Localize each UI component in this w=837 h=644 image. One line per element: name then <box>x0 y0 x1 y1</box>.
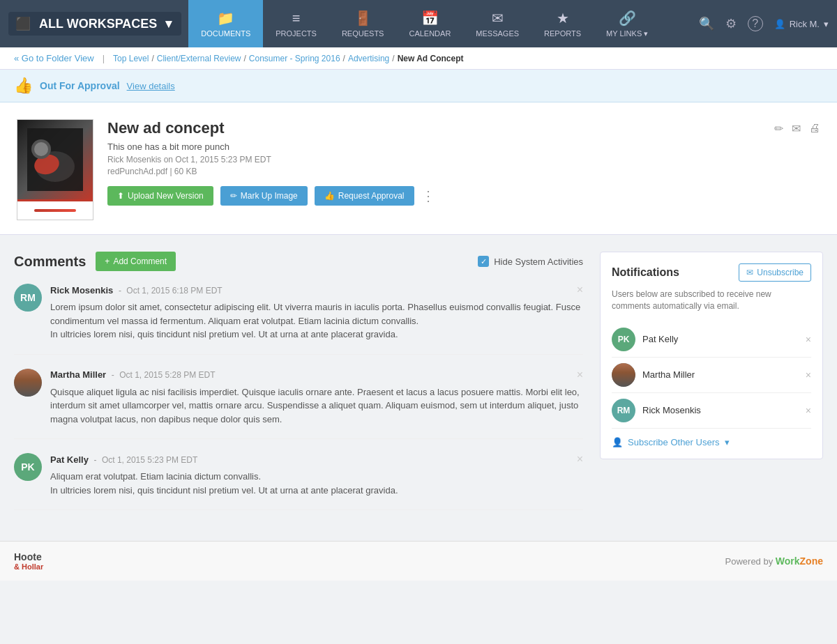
nav-label-projects: PROJECTS <box>276 29 317 38</box>
remove-subscriber-button[interactable]: × <box>806 405 811 416</box>
comments-section: Comments + Add Comment ✓ Hide System Act… <box>14 252 583 524</box>
nav-label-requests: REQUESTS <box>342 29 384 38</box>
calendar-icon: 📅 <box>421 10 439 26</box>
subscriber-avatar: RM <box>612 399 635 422</box>
plus-icon: + <box>105 256 110 266</box>
document-info: New ad concept ✏ ✉ 🖨 This one has a bit … <box>107 119 820 206</box>
upload-icon: ⬆ <box>117 191 124 201</box>
document-actions: ✏ ✉ 🖨 <box>774 122 820 135</box>
breadcrumb-consumer[interactable]: Consumer - Spring 2016 <box>249 54 340 63</box>
settings-icon[interactable]: ⚙ <box>725 16 737 31</box>
hide-system-checkbox[interactable]: ✓ <box>478 256 489 267</box>
avatar: PK <box>14 453 42 481</box>
nav-items: 📁 DOCUMENTS ≡ PROJECTS 🚪 REQUESTS 📅 CALE… <box>188 0 698 47</box>
document-file: redPunchAd.pdf | 60 KB <box>107 167 820 176</box>
breadcrumb-top-level[interactable]: Top Level <box>113 54 149 63</box>
comment-close-button[interactable]: × <box>577 284 583 296</box>
nav-item-requests[interactable]: 🚪 REQUESTS <box>329 0 397 47</box>
top-nav: ⬛ ALL WORKSPACES ▾ 📁 DOCUMENTS ≡ PROJECT… <box>0 0 837 47</box>
thumbnail-footer <box>17 199 93 220</box>
requests-icon: 🚪 <box>354 10 372 26</box>
remove-subscriber-button[interactable]: × <box>806 369 811 381</box>
mylinks-icon: 🔗 <box>619 10 636 26</box>
subscribe-others-button[interactable]: 👤 Subscribe Other Users ▾ <box>612 437 811 447</box>
comment-close-button[interactable]: × <box>577 369 583 381</box>
notifications-description: Users below are subscribed to receive ne… <box>612 289 811 312</box>
messages-icon: ✉ <box>492 10 504 26</box>
status-bar: 👍 Out For Approval View details <box>0 70 837 102</box>
subscriber-name: Martha Miller <box>642 369 799 380</box>
document-action-buttons: ⬆ Upload New Version ✏ Mark Up Image 👍 R… <box>107 186 820 206</box>
nav-item-messages[interactable]: ✉ MESSAGES <box>463 0 531 47</box>
unsubscribe-button[interactable]: ✉ Unsubscribe <box>739 263 811 282</box>
comment-header: Rick Mosenkis - Oct 1, 2015 6:18 PM EDT … <box>50 284 583 296</box>
nav-item-mylinks[interactable]: 🔗 MY LINKS ▾ <box>594 0 661 47</box>
nav-label-documents: DOCUMENTS <box>201 29 250 38</box>
hide-system-label: Hide System Activities <box>494 256 583 267</box>
comment-content: Rick Mosenkis - Oct 1, 2015 6:18 PM EDT … <box>50 284 583 342</box>
comment-author: Rick Mosenkis - Oct 1, 2015 6:18 PM EDT <box>50 285 223 296</box>
approval-btn-icon: 👍 <box>324 191 335 201</box>
comment-header: Martha Miller - Oct 1, 2015 5:28 PM EDT … <box>50 369 583 381</box>
workzone-brand: WorkZone <box>776 555 823 567</box>
nav-item-reports[interactable]: ★ REPORTS <box>531 0 594 47</box>
upload-new-version-button[interactable]: ⬆ Upload New Version <box>107 186 213 206</box>
request-approval-button[interactable]: 👍 Request Approval <box>315 186 414 206</box>
comments-title: Comments <box>14 254 86 270</box>
comment-close-button[interactable]: × <box>577 453 583 466</box>
nav-label-mylinks: MY LINKS ▾ <box>606 29 648 38</box>
view-details-link[interactable]: View details <box>127 81 175 91</box>
company-logo: Hoote & Hollar <box>14 551 43 571</box>
comment-text: Aliquam erat volutpat. Etiam lacinia dic… <box>50 470 583 497</box>
remove-subscriber-button[interactable]: × <box>806 334 811 345</box>
svg-point-4 <box>34 142 48 156</box>
email-small-icon: ✉ <box>746 268 753 277</box>
main-content: Comments + Add Comment ✓ Hide System Act… <box>0 235 837 541</box>
comment-item: PK Pat Kelly - Oct 1, 2015 5:23 PM EDT ×… <box>14 453 583 510</box>
workspace-selector[interactable]: ⬛ ALL WORKSPACES ▾ <box>8 12 181 36</box>
back-to-folder[interactable]: « Go to Folder View <box>14 53 94 63</box>
comments-header: Comments + Add Comment ✓ Hide System Act… <box>14 252 583 271</box>
comment-content: Pat Kelly - Oct 1, 2015 5:23 PM EDT × Al… <box>50 453 583 497</box>
search-icon[interactable]: 🔍 <box>699 16 714 31</box>
print-icon[interactable]: 🖨 <box>809 122 820 135</box>
more-options-button[interactable]: ⋮ <box>421 187 435 204</box>
subscriber-item: RM Rick Mosenkis × <box>612 393 811 429</box>
workspace-icon: ⬛ <box>15 16 31 31</box>
comment-author: Pat Kelly - Oct 1, 2015 5:23 PM EDT <box>50 454 197 465</box>
nav-item-projects[interactable]: ≡ PROJECTS <box>263 0 329 47</box>
subscriber-name: Rick Mosenkis <box>642 405 799 415</box>
hide-system-toggle[interactable]: ✓ Hide System Activities <box>478 256 583 267</box>
approval-icon: 👍 <box>14 77 33 95</box>
avatar <box>14 369 42 397</box>
subscriber-item: PK Pat Kelly × <box>612 322 811 358</box>
mark-up-image-button[interactable]: ✏ Mark Up Image <box>220 186 308 206</box>
subscriber-avatar <box>612 363 635 387</box>
user-menu[interactable]: 👤 Rick M. ▾ <box>774 19 829 29</box>
notifications-title: Notifications <box>612 266 679 279</box>
subscriber-item: Martha Miller × <box>612 358 811 393</box>
chevron-down-icon: ▾ <box>725 437 730 447</box>
approval-status: Out For Approval <box>40 80 120 91</box>
breadcrumb-advertising[interactable]: Advertising <box>348 54 389 63</box>
email-icon[interactable]: ✉ <box>792 122 801 135</box>
nav-item-calendar[interactable]: 📅 CALENDAR <box>396 0 463 47</box>
user-arrow: ▾ <box>824 19 829 29</box>
add-comment-button[interactable]: + Add Comment <box>96 252 176 271</box>
document-thumbnail[interactable] <box>17 119 93 220</box>
breadcrumb-client-external[interactable]: Client/External Review <box>157 54 241 63</box>
document-meta: Rick Mosenkis on Oct 1, 2015 5:23 PM EDT <box>107 155 820 164</box>
document-title: New ad concept <box>107 119 224 137</box>
markup-icon: ✏ <box>230 191 237 201</box>
workspace-arrow: ▾ <box>165 16 172 31</box>
notifications-panel: Notifications ✉ Unsubscribe Users below … <box>600 252 823 459</box>
nav-label-messages: MESSAGES <box>476 29 519 38</box>
thumbnail-image <box>17 120 93 199</box>
comment-text: Quisque aliquet ligula ac nisi facilisis… <box>50 385 583 427</box>
help-icon[interactable]: ? <box>748 16 763 31</box>
comment-header: Pat Kelly - Oct 1, 2015 5:23 PM EDT × <box>50 453 583 466</box>
nav-item-documents[interactable]: 📁 DOCUMENTS <box>188 0 263 47</box>
workspace-label: ALL WORKSPACES <box>39 17 157 31</box>
edit-icon[interactable]: ✏ <box>774 122 783 135</box>
comment-item: RM Rick Mosenkis - Oct 1, 2015 6:18 PM E… <box>14 284 583 355</box>
